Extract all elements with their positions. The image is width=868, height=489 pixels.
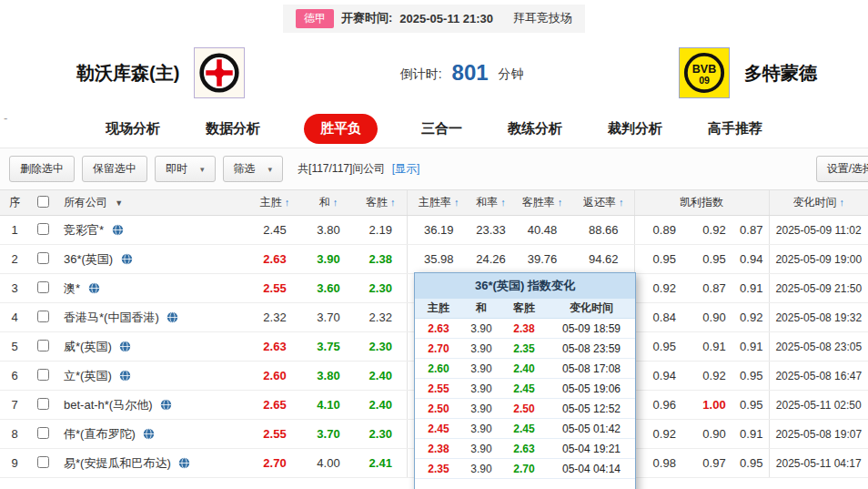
sort-arrow-icon[interactable]: ↑ bbox=[840, 197, 845, 208]
select-all-checkbox[interactable] bbox=[37, 196, 49, 208]
kelly-away: 0.95 bbox=[734, 449, 769, 478]
table-row[interactable]: 2 36*(英国) 2.63 3.90 2.38 35.98 24.26 39.… bbox=[0, 245, 868, 274]
tab-three-in-one[interactable]: 三合一 bbox=[419, 115, 464, 143]
globe-icon[interactable] bbox=[167, 311, 178, 326]
tab-expert-picks[interactable]: 高手推荐 bbox=[706, 115, 764, 143]
time-filter-dropdown[interactable]: 即时 ▾ bbox=[155, 156, 216, 182]
delete-selected-button[interactable]: 删除选中 bbox=[9, 156, 75, 182]
company-cell[interactable]: 香港马*(中国香港) bbox=[56, 303, 247, 332]
tab-coach-analysis[interactable]: 教练分析 bbox=[506, 115, 564, 143]
col-home-win[interactable]: 主胜↑ bbox=[247, 190, 302, 216]
row-checkbox[interactable] bbox=[37, 398, 49, 410]
draw-odds[interactable]: 3.90 bbox=[302, 245, 355, 274]
draw-odds[interactable]: 4.00 bbox=[302, 449, 355, 478]
row-checkbox[interactable] bbox=[37, 456, 49, 468]
settings-select-button[interactable]: 设置/选择 bbox=[816, 156, 868, 182]
tab-live-analysis[interactable]: 现场分析 bbox=[104, 115, 162, 143]
show-link[interactable]: [显示] bbox=[392, 162, 420, 175]
row-checkbox[interactable] bbox=[37, 252, 49, 264]
company-cell[interactable]: 易*(安提瓜和巴布达) bbox=[56, 449, 247, 478]
row-checkbox[interactable] bbox=[37, 311, 49, 322]
row-checkbox[interactable] bbox=[37, 369, 49, 381]
draw-odds[interactable]: 3.70 bbox=[302, 420, 355, 449]
col-return-rate-label: 返还率 bbox=[583, 196, 616, 209]
home-odds[interactable]: 2.70 bbox=[247, 449, 302, 478]
globe-icon[interactable] bbox=[160, 399, 172, 413]
home-odds[interactable]: 2.65 bbox=[247, 391, 302, 420]
col-away-rate[interactable]: 客胜率↑ bbox=[511, 190, 573, 216]
row-checkbox[interactable] bbox=[37, 281, 49, 293]
draw-odds[interactable]: 3.80 bbox=[302, 216, 355, 245]
time-filter-value: 即时 bbox=[166, 161, 187, 177]
draw-odds[interactable]: 3.60 bbox=[302, 274, 355, 303]
home-odds[interactable]: 2.63 bbox=[247, 245, 302, 274]
globe-icon[interactable] bbox=[112, 224, 124, 239]
filter-dropdown[interactable]: 筛选 ▾ bbox=[223, 156, 284, 182]
sort-arrow-icon[interactable]: ↑ bbox=[333, 197, 338, 208]
col-away-win[interactable]: 客胜↑ bbox=[355, 190, 407, 216]
home-odds[interactable]: 2.32 bbox=[247, 303, 302, 332]
row-checkbox[interactable] bbox=[37, 340, 49, 351]
col-index: 序 bbox=[0, 190, 29, 216]
draw-odds[interactable]: 4.10 bbox=[302, 391, 355, 420]
draw-odds[interactable]: 3.70 bbox=[302, 303, 355, 332]
globe-icon[interactable] bbox=[121, 253, 133, 268]
popup-away-odds: 2.63 bbox=[500, 443, 548, 455]
away-odds[interactable]: 2.30 bbox=[355, 274, 407, 303]
away-odds[interactable]: 2.40 bbox=[355, 362, 407, 391]
company-cell[interactable]: 威*(英国) bbox=[56, 332, 247, 362]
home-odds[interactable]: 2.63 bbox=[247, 332, 302, 362]
company-cell[interactable]: 竞彩官* bbox=[56, 216, 247, 245]
tab-win-draw-lose[interactable]: 胜平负 bbox=[304, 114, 378, 144]
kelly-draw: 0.90 bbox=[694, 420, 734, 449]
col-draw-rate[interactable]: 和率↑ bbox=[470, 190, 511, 216]
company-cell[interactable]: 36*(英国) bbox=[56, 245, 247, 274]
away-odds[interactable]: 2.41 bbox=[355, 449, 407, 478]
filter-caret-icon[interactable]: ▼ bbox=[115, 199, 123, 208]
globe-icon[interactable] bbox=[88, 282, 100, 297]
away-odds[interactable]: 2.19 bbox=[355, 216, 407, 245]
away-odds[interactable]: 2.38 bbox=[355, 245, 407, 274]
company-cell[interactable]: 伟*(直布罗陀) bbox=[56, 420, 247, 449]
table-row[interactable]: 1 竞彩官* 2.45 3.80 2.19 36.19 23.33 40.48 … bbox=[0, 216, 868, 245]
home-odds[interactable]: 2.55 bbox=[247, 420, 302, 449]
sort-arrow-icon[interactable]: ↑ bbox=[558, 197, 563, 208]
row-checkbox[interactable] bbox=[37, 427, 49, 439]
away-odds[interactable]: 2.30 bbox=[355, 332, 407, 362]
away-odds[interactable]: 2.30 bbox=[355, 420, 407, 449]
popup-header-row: 主胜 和 客胜 变化时间 bbox=[415, 299, 635, 319]
row-checkbox[interactable] bbox=[37, 223, 49, 235]
keep-selected-button[interactable]: 保留选中 bbox=[82, 156, 147, 182]
draw-odds[interactable]: 3.80 bbox=[302, 362, 355, 391]
col-return-rate[interactable]: 返还率↑ bbox=[573, 190, 634, 216]
tab-referee-analysis[interactable]: 裁判分析 bbox=[606, 115, 664, 143]
col-change-time[interactable]: 变化时间↑ bbox=[769, 190, 868, 216]
sort-arrow-icon[interactable]: ↑ bbox=[285, 197, 290, 208]
globe-icon[interactable] bbox=[119, 341, 131, 355]
draw-odds[interactable]: 3.75 bbox=[302, 332, 355, 362]
tab-data-analysis[interactable]: 数据分析 bbox=[204, 115, 262, 143]
company-cell[interactable]: bet-at-h*(马尔他) bbox=[56, 391, 247, 420]
home-odds[interactable]: 2.55 bbox=[247, 274, 302, 303]
col-home-rate[interactable]: 主胜率↑ bbox=[407, 190, 470, 216]
away-win-rate: 39.76 bbox=[511, 245, 573, 274]
home-odds[interactable]: 2.60 bbox=[247, 362, 302, 391]
home-odds[interactable]: 2.45 bbox=[247, 216, 302, 245]
popup-change-time: 05-09 18:59 bbox=[548, 322, 635, 335]
globe-icon[interactable] bbox=[178, 457, 190, 472]
company-cell[interactable]: 澳* bbox=[56, 274, 247, 303]
popup-home-odds: 2.60 bbox=[415, 362, 462, 375]
away-odds[interactable]: 2.32 bbox=[355, 303, 407, 332]
globe-icon[interactable] bbox=[143, 428, 155, 443]
kelly-home: 0.89 bbox=[634, 216, 694, 245]
col-draw[interactable]: 和↑ bbox=[302, 190, 355, 216]
sort-arrow-icon[interactable]: ↑ bbox=[454, 197, 459, 208]
away-odds[interactable]: 2.40 bbox=[355, 391, 407, 420]
company-cell[interactable]: 立*(英国) bbox=[56, 362, 247, 391]
col-company[interactable]: 所有公司 ▼ bbox=[56, 190, 247, 216]
sort-arrow-icon[interactable]: ↑ bbox=[390, 197, 396, 208]
sort-arrow-icon[interactable]: ↑ bbox=[619, 197, 624, 208]
sort-arrow-icon[interactable]: ↑ bbox=[500, 197, 506, 208]
home-team-name: 勒沃库森(主) bbox=[76, 61, 179, 86]
globe-icon[interactable] bbox=[119, 370, 131, 384]
